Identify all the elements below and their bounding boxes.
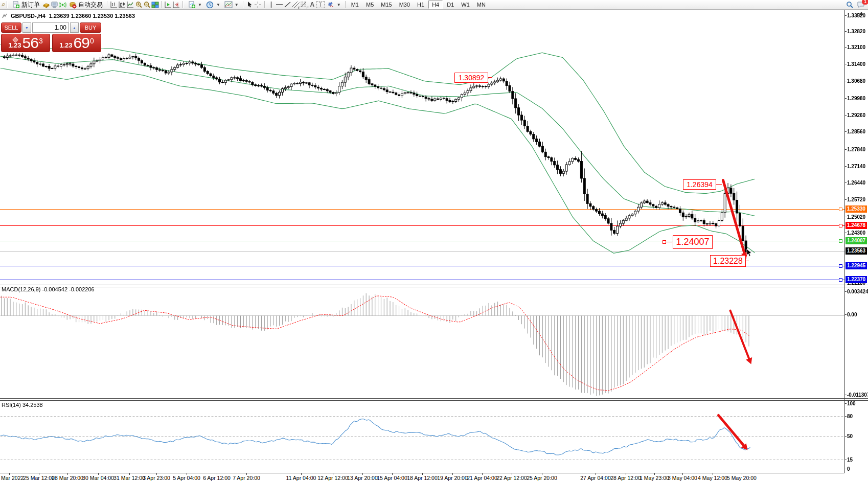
rsi-tick-100: 100 — [847, 401, 856, 406]
add-indicator-button[interactable]: ▼ — [186, 1, 204, 9]
volume-input[interactable]: 1.00 — [32, 22, 69, 33]
search-icon[interactable] — [846, 1, 854, 9]
template-button[interactable]: ▼ — [222, 1, 241, 9]
price-annotation-1.24007[interactable]: 1.24007 — [673, 235, 713, 249]
time-tickmark — [333, 473, 333, 475]
toolbar-separator — [243, 1, 244, 8]
macd-tick-0.003424: 0.003424 — [847, 289, 868, 294]
time-tickmark — [626, 473, 626, 475]
chart-shift-icon[interactable] — [172, 1, 180, 9]
time-label: 3 May 04:00 — [668, 475, 697, 481]
toolbar-separator — [182, 1, 184, 8]
price-tickmark — [844, 217, 847, 217]
rsi-tickmark — [844, 403, 847, 404]
pane-separator-rsi[interactable] — [0, 398, 868, 401]
price-annotation-1.23228[interactable]: 1.23228 — [710, 255, 746, 267]
buy-price-panel[interactable]: 1.23 69 0 — [52, 34, 101, 52]
timeframe-d1[interactable]: D1 — [444, 1, 457, 9]
notifications-icon[interactable]: 1 — [856, 1, 866, 9]
time-tickmark — [156, 473, 157, 475]
buy-button[interactable]: BUY — [80, 22, 101, 33]
pane-separator-macd[interactable] — [0, 285, 868, 287]
zoom-out-icon[interactable] — [143, 1, 151, 9]
text-tool-icon[interactable]: A — [308, 1, 316, 9]
rsi-tick-80: 80 — [847, 414, 853, 419]
price-badge-1.24007: 1.24007 — [846, 237, 867, 244]
dropdown-arrow-icon: ▼ — [337, 3, 341, 7]
signal-icon[interactable] — [58, 1, 66, 9]
crosshair-tool-icon[interactable] — [254, 1, 262, 9]
time-label: 5 Apr 04:00 — [173, 475, 200, 481]
time-tickmark — [217, 473, 217, 475]
volume-decrease-button[interactable]: ▼ — [22, 22, 31, 33]
time-tickmark — [362, 473, 363, 475]
time-tickmark — [542, 473, 542, 475]
vertical-line-tool-icon[interactable] — [267, 1, 276, 9]
line-chart-type-icon[interactable] — [126, 1, 134, 9]
timeframe-mn[interactable]: MN — [474, 1, 489, 9]
price-tick-1.31400: 1.31400 — [847, 61, 865, 67]
horizontal-line-tool-icon[interactable] — [276, 1, 284, 9]
price-annotation-1.30892[interactable]: 1.30892 — [454, 73, 488, 83]
macd-tickmark — [844, 395, 847, 395]
annotation-anchor-square[interactable] — [663, 240, 666, 244]
timeframe-h1[interactable]: H1 — [414, 1, 427, 9]
time-tickmark — [301, 473, 302, 475]
dropdown-arrow-icon: ▼ — [235, 3, 239, 7]
sell-price-big: 56 — [22, 35, 38, 51]
timeframe-m5[interactable]: M5 — [363, 1, 377, 9]
axis-top-marker-icon — [859, 12, 864, 15]
price-tick-1.29260: 1.29260 — [847, 112, 865, 118]
ohlc-values: 1.23639 1.23660 1.23530 1.23563 — [49, 13, 135, 19]
toolbar-separator — [345, 1, 346, 8]
channel-tool-icon[interactable]: E — [292, 1, 300, 9]
time-label: 13 Apr 20:00 — [347, 475, 378, 481]
timeframe-h4[interactable]: H4 — [428, 1, 443, 9]
time-tickmark — [482, 473, 483, 475]
buy-price-prefix: 1.23 — [59, 40, 72, 51]
price-tickmark — [844, 64, 847, 64]
price-badge-1.22370: 1.22370 — [846, 276, 867, 283]
main-toolbar: 新订单 自动交易 — [0, 0, 868, 10]
time-label: Mar 2022 — [1, 475, 24, 481]
bar-chart-type-icon[interactable] — [110, 1, 118, 9]
trendline-tool-icon[interactable] — [284, 1, 292, 9]
text-tool-letter: A — [310, 1, 314, 8]
timeframe-m15[interactable]: M15 — [378, 1, 395, 9]
time-tickmark — [512, 473, 512, 475]
time-label: 6 Apr 12:00 — [203, 475, 231, 481]
text-label-tool-icon[interactable]: T — [316, 1, 325, 8]
time-label: 22 Apr 12:00 — [496, 475, 527, 481]
price-tick-1.25720: 1.25720 — [847, 197, 865, 202]
price-tickmark — [844, 182, 847, 183]
cursor-tool-icon[interactable] — [246, 1, 254, 9]
buy-price-pip: 0 — [90, 34, 94, 48]
auto-scroll-icon[interactable] — [164, 1, 172, 9]
price-annotation-1.26394[interactable]: 1.26394 — [683, 179, 716, 190]
tile-windows-icon[interactable] — [151, 1, 159, 9]
period-selector-button[interactable]: ▼ — [204, 1, 222, 9]
volume-increase-button[interactable]: ▲ — [70, 22, 79, 33]
mouse-cursor — [746, 249, 752, 257]
timeframe-w1[interactable]: W1 — [458, 1, 473, 9]
fibonacci-tool-icon[interactable]: F — [300, 1, 308, 9]
candlestick-type-icon[interactable] — [118, 1, 126, 9]
sell-button[interactable]: SELL — [1, 22, 21, 33]
clipped-toolbar-icon[interactable] — [1, 1, 5, 9]
time-label: 27 Apr 04:00 — [580, 475, 611, 481]
time-tickmark — [452, 473, 453, 475]
price-badge-1.25330: 1.25330 — [846, 205, 867, 213]
auto-trading-button[interactable]: 自动交易 — [66, 1, 105, 9]
arrows-tool-button[interactable]: ▼ — [325, 1, 343, 9]
sell-price-panel[interactable]: 1.23 56 3 — [1, 34, 50, 52]
chart-canvas[interactable] — [0, 10, 868, 473]
new-order-button[interactable]: 新订单 — [10, 1, 42, 9]
time-label: 4 May 12:00 — [698, 475, 727, 481]
time-label: 25 Apr 20:00 — [527, 475, 557, 481]
timeframe-m1[interactable]: M1 — [348, 1, 362, 9]
zoom-in-icon[interactable] — [134, 1, 143, 9]
timeframe-m30[interactable]: M30 — [396, 1, 413, 9]
time-tickmark — [39, 473, 39, 475]
terminal-icon[interactable] — [50, 1, 58, 9]
market-watch-icon[interactable] — [42, 1, 50, 9]
